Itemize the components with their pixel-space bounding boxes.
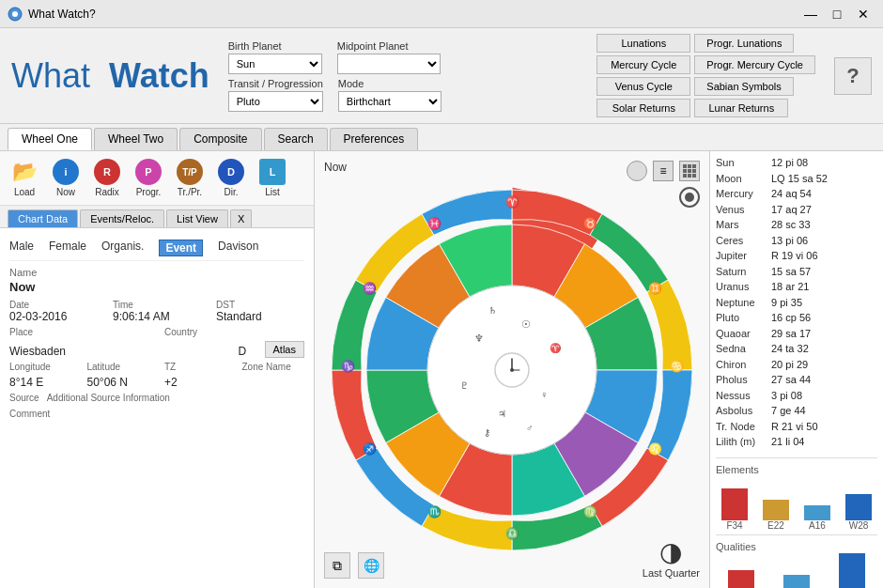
svg-text:♍: ♍ xyxy=(583,504,597,518)
transit-select[interactable]: Pluto xyxy=(228,91,323,112)
app-title-what: What xyxy=(11,56,90,95)
tab-composite[interactable]: Composite xyxy=(179,128,261,150)
planet-pos-asbolus: 7 ge 44 xyxy=(771,403,877,419)
svg-text:♊: ♊ xyxy=(648,281,662,295)
progr-lunations-button[interactable]: Progr. Lunations xyxy=(694,34,794,53)
load-icon: 📂 xyxy=(11,159,38,185)
planet-row-lilith: Lilith (m) 21 li 04 xyxy=(716,434,877,450)
dst-value: Standard xyxy=(216,310,304,323)
source-label: Source xyxy=(9,393,39,403)
mode-select[interactable]: Birthchart xyxy=(338,91,442,112)
planet-name-jupiter: Jupiter xyxy=(716,248,767,264)
maximize-button[interactable]: □ xyxy=(825,5,849,23)
planet-pos-mercury: 24 aq 54 xyxy=(771,186,877,202)
gender-female[interactable]: Female xyxy=(49,240,86,256)
planet-list: Sun 12 pi 08 Moon LQ 15 sa 52 Mercury 24… xyxy=(716,155,877,450)
tab-wheel-one[interactable]: Wheel One xyxy=(8,128,92,150)
midpoint-planet-select[interactable] xyxy=(337,54,441,74)
fixed-bar-item: F 24 xyxy=(771,575,823,589)
svg-text:♂: ♂ xyxy=(526,423,534,433)
radix-tool[interactable]: R Radix xyxy=(90,157,124,199)
latitude-label-field: Latitude xyxy=(87,362,150,372)
dir-tool[interactable]: D Dir. xyxy=(214,157,248,199)
view-icons: ≡ xyxy=(627,161,700,181)
title-bar-text: What Watch? xyxy=(28,8,798,21)
header-btn-row-2: Mercury Cycle Progr. Mercury Cycle xyxy=(596,55,815,74)
name-value: Now xyxy=(9,280,304,294)
zone-name-field xyxy=(242,376,305,389)
fire-label: F34 xyxy=(726,520,742,531)
sabian-symbols-button[interactable]: Sabian Symbols xyxy=(694,77,794,96)
sub-tab-list-view[interactable]: List View xyxy=(166,209,228,227)
planet-pos-jupiter: R 19 vi 06 xyxy=(771,248,877,264)
planet-row-neptune: Neptune 9 pi 35 xyxy=(716,295,877,311)
zone-name-label: Zone Name xyxy=(242,362,305,372)
sub-tab-close-button[interactable]: X xyxy=(230,209,252,227)
venus-cycle-button[interactable]: Venus Cycle xyxy=(596,77,690,96)
trpr-tool[interactable]: T/P Tr./Pr. xyxy=(173,157,207,199)
earth-label: E22 xyxy=(767,520,784,531)
zone-name-label-field: Zone Name xyxy=(242,362,305,372)
earth-bar xyxy=(763,500,789,520)
element-fire-bar: F34 xyxy=(716,488,753,531)
planet-row-mars: Mars 28 sc 33 xyxy=(716,217,877,233)
left-panel: 📂 Load i Now R Radix P Progr. T/P Tr. xyxy=(0,151,315,588)
now-chart-label: Now xyxy=(324,161,347,174)
circle-view-icon[interactable] xyxy=(627,161,647,181)
svg-point-1 xyxy=(12,11,18,17)
minimize-button[interactable]: — xyxy=(798,5,823,23)
list-tool[interactable]: L List xyxy=(256,157,289,199)
elements-divider xyxy=(716,457,877,458)
sub-tab-events[interactable]: Events/Reloc. xyxy=(80,209,164,227)
list-view-icon[interactable]: ≡ xyxy=(653,161,674,181)
lunar-returns-button[interactable]: Lunar Returns xyxy=(694,99,788,117)
radio-icon[interactable] xyxy=(679,187,700,208)
dst-field: DST Standard xyxy=(216,300,304,323)
copy-chart-button[interactable]: ⧉ xyxy=(324,552,350,579)
tab-search[interactable]: Search xyxy=(264,128,328,150)
solar-returns-button[interactable]: Solar Returns xyxy=(596,99,690,117)
gender-event[interactable]: Event xyxy=(159,240,203,256)
tab-preferences[interactable]: Preferences xyxy=(330,128,419,150)
trpr-label: Tr./Pr. xyxy=(178,187,202,197)
gender-davison[interactable]: Davison xyxy=(218,240,258,256)
progr-mercury-cycle-button[interactable]: Progr. Mercury Cycle xyxy=(694,55,815,74)
planet-pos-pholus: 27 sa 44 xyxy=(771,372,877,388)
planet-row-jupiter: Jupiter R 19 vi 06 xyxy=(716,248,877,264)
atlas-button[interactable]: Atlas xyxy=(265,341,304,358)
tab-wheel-two[interactable]: Wheel Two xyxy=(94,128,178,150)
planet-pos-nessus: 3 pi 08 xyxy=(771,388,877,404)
midpoint-planet-label: Midpoint Planet xyxy=(337,40,441,52)
tz-label-field: TZ xyxy=(164,362,227,372)
planet-pos-pluto: 16 cp 56 xyxy=(771,310,877,326)
help-button[interactable]: ? xyxy=(834,57,872,95)
place-row: Wiesbaden D Atlas xyxy=(9,341,304,358)
planet-name-trnode: Tr. Node xyxy=(716,419,767,435)
qualities-section: Qualities C 29 F 24 M 47 xyxy=(716,541,877,589)
sub-tab-chart-data[interactable]: Chart Data xyxy=(8,209,78,227)
planet-name-ceres: Ceres xyxy=(716,233,767,249)
gender-organis[interactable]: Organis. xyxy=(101,240,144,256)
planet-pos-saturn: 15 sa 57 xyxy=(771,264,877,280)
cardinal-bar xyxy=(728,570,754,589)
element-air-bar: A16 xyxy=(798,505,836,531)
load-tool[interactable]: 📂 Load xyxy=(8,157,41,199)
lunations-button[interactable]: Lunations xyxy=(596,34,690,53)
comment-section: Comment xyxy=(9,409,304,419)
planet-row-trnode: Tr. Node R 21 vi 50 xyxy=(716,419,877,435)
globe-button[interactable]: 🌐 xyxy=(358,552,384,579)
planet-name-chiron: Chiron xyxy=(716,357,767,373)
grid-view-icon[interactable] xyxy=(679,161,700,181)
birth-planet-select[interactable]: Sun xyxy=(228,54,322,74)
qualities-label: Qualities xyxy=(716,541,877,552)
time-field: Time 9:06:14 AM xyxy=(113,300,201,323)
mercury-cycle-button[interactable]: Mercury Cycle xyxy=(596,55,690,74)
planet-name-saturn: Saturn xyxy=(716,264,767,280)
close-button[interactable]: ✕ xyxy=(851,5,875,23)
now-tool[interactable]: i Now xyxy=(49,157,83,199)
date-label: Date xyxy=(9,300,98,310)
longitude-label-field: Longitude xyxy=(9,362,72,372)
svg-text:☉: ☉ xyxy=(521,318,531,330)
progr-tool[interactable]: P Progr. xyxy=(132,157,165,199)
gender-male[interactable]: Male xyxy=(9,240,34,256)
